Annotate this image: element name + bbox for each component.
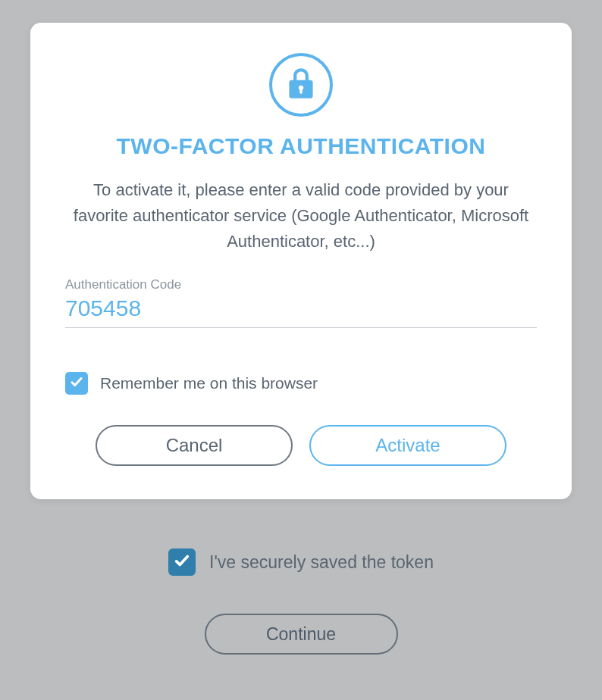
saved-token-row: I've securely saved the token [168, 548, 434, 576]
check-icon [174, 552, 190, 572]
activate-button[interactable]: Activate [309, 425, 506, 466]
lock-icon [288, 68, 314, 102]
modal-title: TWO-FACTOR AUTHENTICATION [117, 133, 486, 159]
modal-button-row: Cancel Activate [65, 425, 537, 466]
auth-code-field-group: Authentication Code [65, 277, 537, 328]
two-factor-modal: TWO-FACTOR AUTHENTICATION To activate it… [30, 23, 572, 499]
remember-checkbox[interactable] [65, 372, 88, 395]
auth-code-input[interactable] [65, 292, 537, 328]
check-icon [70, 375, 83, 392]
continue-button[interactable]: Continue [205, 614, 398, 655]
cancel-button[interactable]: Cancel [96, 425, 293, 466]
saved-token-checkbox[interactable] [168, 548, 196, 576]
background-content: I've securely saved the token Continue [89, 548, 513, 655]
modal-header: TWO-FACTOR AUTHENTICATION [65, 47, 537, 159]
modal-description: To activate it, please enter a valid cod… [65, 177, 537, 255]
auth-code-label: Authentication Code [65, 277, 537, 292]
remember-row: Remember me on this browser [65, 372, 537, 395]
lock-icon-circle [269, 53, 333, 117]
remember-label: Remember me on this browser [100, 374, 318, 392]
saved-token-label: I've securely saved the token [209, 552, 434, 573]
